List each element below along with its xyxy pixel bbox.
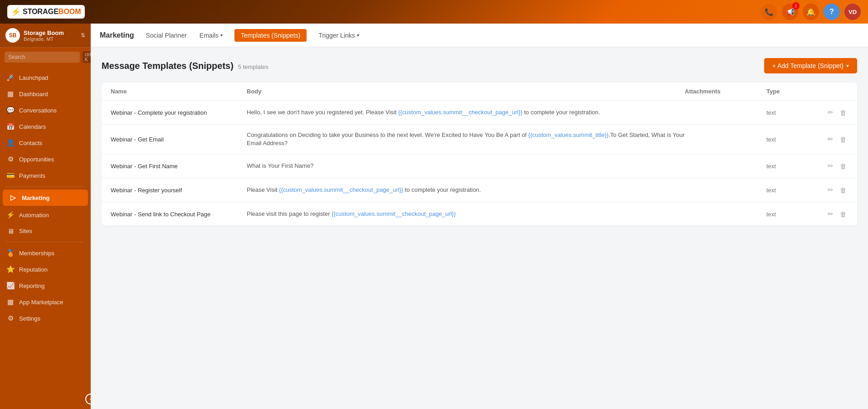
sidebar-item-label: Reporting — [19, 282, 44, 289]
sidebar-item-app-marketplace[interactable]: ▦App Marketplace — [0, 294, 91, 310]
sidebar-item-label: Dashboard — [19, 91, 48, 97]
reputation-icon: ⭐ — [6, 265, 15, 273]
sidebar-item-label: Conversations — [19, 107, 57, 114]
sidebar-item-label: Launchpad — [19, 74, 48, 81]
sidebar-item-opportunities[interactable]: ⚙Opportunities — [0, 151, 91, 167]
table-header: NameBodyAttachmentsType — [102, 83, 857, 101]
content-navbar: Marketing Social PlannerEmails ▾Template… — [91, 24, 868, 47]
sidebar-item-label: Contacts — [19, 140, 42, 146]
table-body: Webinar - Complete your registrationHell… — [102, 101, 857, 226]
dropdown-icon: ▾ — [357, 33, 359, 38]
edit-button[interactable]: ✏ — [826, 209, 835, 219]
sidebar: SB Storage Boom Belgrade, MT ⇅ ctrl K + … — [0, 24, 91, 409]
table-row: Webinar - Complete your registrationHell… — [102, 101, 857, 125]
tab-trigger-links[interactable]: Trigger Links ▾ — [317, 30, 360, 41]
launchpad-icon: 🚀 — [6, 73, 15, 82]
sidebar-item-label: Opportunities — [19, 156, 54, 163]
automation-icon: ⚡ — [6, 211, 15, 219]
sidebar-item-settings[interactable]: ⚙Settings — [0, 310, 91, 326]
tab-emails[interactable]: Emails ▾ — [199, 30, 224, 41]
topbar: ⚡ STORAGEBOOM 📞 📢 2 🔔 ? VD — [0, 0, 868, 24]
sidebar-item-label: Marketing — [22, 195, 49, 201]
dashboard-icon: ▦ — [6, 90, 15, 98]
megaphone-button[interactable]: 📢 2 — [782, 4, 798, 20]
header-name: Name — [111, 88, 247, 95]
account-name: Storage Boom — [24, 29, 77, 36]
page-title-area: Message Templates (Snippets) 5 templates — [102, 61, 268, 71]
megaphone-badge: 2 — [792, 2, 800, 10]
sidebar-item-sites[interactable]: 🖥Sites — [0, 223, 91, 239]
dropdown-icon: ▾ — [220, 33, 223, 38]
sidebar-item-memberships[interactable]: 🏅Memberships — [0, 245, 91, 261]
sidebar-item-dashboard[interactable]: ▦Dashboard — [0, 86, 91, 102]
marketing-icon: ▷ — [9, 194, 17, 202]
topbar-actions: 📞 📢 2 🔔 ? VD — [761, 4, 861, 20]
page-header: Message Templates (Snippets) 5 templates… — [102, 58, 857, 73]
sidebar-search-area: ctrl K + — [0, 48, 91, 67]
sidebar-item-launchpad[interactable]: 🚀Launchpad — [0, 69, 91, 86]
search-input[interactable] — [5, 52, 80, 63]
delete-button[interactable]: 🗑 — [839, 161, 848, 171]
template-type: text — [766, 187, 812, 194]
template-body: Congratulations on Deciding to take your… — [247, 131, 685, 147]
help-button[interactable]: ? — [824, 4, 840, 20]
sidebar-item-payments[interactable]: 💳Payments — [0, 167, 91, 184]
sidebar-item-calendars[interactable]: 📅Calendars — [0, 118, 91, 135]
table-row: Webinar - Register yourselfPlease Visit … — [102, 178, 857, 202]
sidebar-item-label: Automation — [19, 212, 49, 219]
sites-icon: 🖥 — [6, 227, 15, 235]
main-layout: SB Storage Boom Belgrade, MT ⇅ ctrl K + … — [0, 24, 868, 409]
edit-button[interactable]: ✏ — [826, 185, 835, 195]
account-location: Belgrade, MT — [24, 36, 77, 42]
edit-button[interactable]: ✏ — [826, 161, 835, 171]
tab-templates-snippets[interactable]: Templates (Snippets) — [234, 29, 307, 42]
table-row: Webinar - Get EmailCongratulations on De… — [102, 125, 857, 154]
add-template-button[interactable]: + Add Template (Snippet) ▾ — [764, 58, 857, 73]
opportunities-icon: ⚙ — [6, 155, 15, 163]
sidebar-item-reputation[interactable]: ⭐Reputation — [0, 261, 91, 278]
template-count: 5 templates — [238, 63, 268, 70]
logo-icon: ⚡ — [11, 7, 21, 17]
tab-social-planner[interactable]: Social Planner — [145, 30, 188, 41]
logo[interactable]: ⚡ STORAGEBOOM — [7, 5, 85, 19]
phone-button[interactable]: 📞 — [761, 4, 777, 20]
memberships-icon: 🏅 — [6, 249, 15, 257]
account-info: Storage Boom Belgrade, MT — [24, 29, 77, 42]
sidebar-item-reporting[interactable]: 📈Reporting — [0, 278, 91, 294]
edit-button[interactable]: ✏ — [826, 134, 835, 145]
search-shortcut: ctrl K — [83, 51, 91, 63]
logo-text: STORAGEBOOM — [23, 8, 81, 16]
app-marketplace-icon: ▦ — [6, 298, 15, 306]
sidebar-divider — [6, 186, 84, 187]
template-name: Webinar - Get Email — [111, 136, 247, 143]
delete-button[interactable]: 🗑 — [839, 209, 848, 219]
payments-icon: 💳 — [6, 171, 15, 180]
table-row: Webinar - Send link to Checkout PagePlea… — [102, 202, 857, 226]
delete-button[interactable]: 🗑 — [839, 134, 848, 145]
template-name: Webinar - Send link to Checkout Page — [111, 211, 247, 218]
template-type: text — [766, 163, 812, 170]
section-title: Marketing — [100, 31, 134, 39]
calendars-icon: 📅 — [6, 122, 15, 131]
account-switcher[interactable]: SB Storage Boom Belgrade, MT ⇅ — [0, 24, 91, 48]
settings-icon: ⚙ — [6, 314, 15, 322]
sidebar-item-label: Payments — [19, 172, 45, 179]
sidebar-item-automation[interactable]: ⚡Automation — [0, 207, 91, 223]
dropdown-arrow-icon: ▾ — [846, 63, 849, 69]
sidebar-nav: 🚀Launchpad▦Dashboard💬Conversations📅Calen… — [0, 67, 91, 409]
avatar-button[interactable]: VD — [844, 4, 861, 20]
bell-button[interactable]: 🔔 — [803, 4, 819, 20]
sidebar-item-marketing[interactable]: ▷Marketing — [3, 190, 88, 206]
header-type: Type — [766, 88, 812, 95]
sidebar-item-contacts[interactable]: 👤Contacts — [0, 135, 91, 151]
sidebar-item-conversations[interactable]: 💬Conversations — [0, 102, 91, 118]
delete-button[interactable]: 🗑 — [839, 185, 848, 195]
templates-table: NameBodyAttachmentsType Webinar - Comple… — [102, 83, 857, 226]
sidebar-divider — [6, 242, 84, 242]
sidebar-item-label: Sites — [19, 228, 32, 234]
edit-button[interactable]: ✏ — [826, 107, 835, 118]
sidebar-item-label: Calendars — [19, 123, 46, 130]
content-area: Marketing Social PlannerEmails ▾Template… — [91, 24, 868, 409]
delete-button[interactable]: 🗑 — [839, 107, 848, 118]
main-content: Message Templates (Snippets) 5 templates… — [91, 47, 868, 409]
